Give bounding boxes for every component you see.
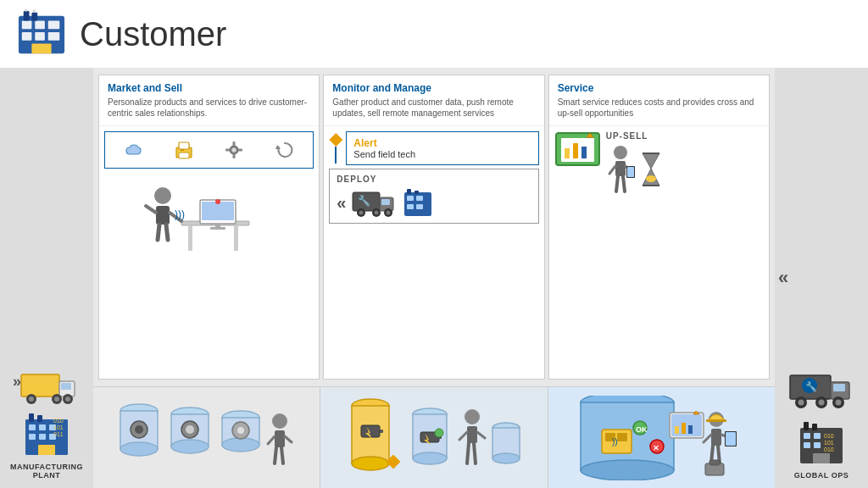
svg-rect-25	[39, 424, 46, 430]
svg-point-66	[359, 211, 364, 215]
svg-rect-12	[21, 374, 59, 396]
left-side-panel: » 010 101 011 MANUFACTURING PLANT	[0, 68, 93, 488]
svg-rect-183	[814, 442, 821, 448]
svg-rect-49	[234, 225, 238, 251]
svg-rect-75	[407, 204, 414, 209]
svg-point-131	[465, 409, 480, 424]
svg-rect-74	[416, 196, 423, 201]
svg-rect-2	[35, 21, 45, 30]
svg-line-90	[623, 176, 625, 191]
col1-icons-row	[104, 131, 314, 169]
svg-rect-112	[275, 430, 285, 447]
svg-text:010: 010	[53, 418, 64, 424]
svg-point-126	[413, 452, 447, 464]
col2-header: Monitor and Manage Gather product and cu…	[324, 75, 543, 126]
svg-rect-189	[812, 424, 817, 430]
svg-rect-155	[688, 425, 693, 434]
right-arrows-icon: «	[778, 267, 788, 288]
svg-point-130	[435, 429, 443, 437]
col2-desc: Gather product and customer data, push r…	[332, 97, 535, 119]
deploy-building-icon	[403, 187, 433, 218]
svg-rect-38	[179, 152, 189, 158]
svg-rect-8	[24, 11, 30, 21]
bottom-col-2	[320, 386, 548, 488]
svg-line-115	[275, 447, 276, 463]
column-service: Service Smart service reduces costs and …	[548, 75, 770, 380]
main-content: » 010 101 011 MANUFACTURING PLANT	[0, 68, 868, 488]
svg-rect-153	[675, 426, 679, 434]
svg-rect-182	[804, 442, 810, 448]
svg-rect-43	[233, 154, 236, 158]
svg-rect-45	[238, 149, 242, 152]
manufacturing-plant-label: MANUFACTURING PLANT	[10, 463, 83, 480]
col3-upper-area: UP-SELL	[549, 126, 769, 200]
svg-text:))): )))	[175, 208, 185, 220]
svg-point-68	[375, 211, 379, 215]
svg-point-108	[222, 438, 259, 452]
page-title: Customer	[80, 15, 226, 53]
svg-rect-44	[225, 149, 230, 152]
svg-rect-32	[37, 415, 42, 422]
svg-rect-77	[407, 189, 411, 194]
page-header: Customer	[0, 0, 868, 68]
svg-rect-78	[415, 191, 419, 194]
svg-rect-86	[615, 161, 626, 176]
svg-rect-42	[233, 141, 236, 146]
svg-point-103	[171, 440, 209, 453]
svg-rect-4	[22, 32, 32, 41]
svg-rect-9	[31, 13, 37, 21]
svg-point-16	[29, 396, 34, 402]
global-ops-label: GLOBAL OPS	[794, 471, 849, 480]
svg-point-70	[387, 211, 391, 215]
svg-rect-81	[565, 148, 570, 158]
alert-text: Send field tech	[353, 149, 531, 159]
col1-body: )))	[99, 126, 319, 379]
alert-box: Alert Send field tech	[346, 131, 538, 165]
right-truck-icon: 🔧	[786, 370, 858, 411]
svg-rect-188	[804, 422, 809, 430]
col1-person-scene: )))	[99, 174, 319, 267]
svg-point-95	[646, 175, 656, 182]
svg-rect-145	[617, 433, 627, 441]
svg-rect-73	[407, 196, 414, 201]
deploy-truck-icon: 🔧	[351, 187, 398, 218]
svg-line-160	[704, 435, 711, 442]
settings-icon	[223, 139, 245, 161]
deploy-label: DEPLOY	[337, 175, 531, 184]
col3-desc: Smart service reduces costs and provides…	[558, 97, 760, 119]
cloud-icon	[123, 139, 145, 161]
global-ops-icon: 010 101 010	[796, 419, 847, 466]
svg-line-134	[477, 432, 485, 438]
center-area: Market and Sell Personalize products and…	[93, 68, 775, 488]
svg-rect-56	[156, 206, 170, 225]
svg-rect-51	[202, 202, 234, 220]
col1-title: Market and Sell	[108, 82, 310, 94]
svg-point-98	[120, 442, 158, 456]
connector-line	[335, 147, 337, 164]
svg-rect-39	[181, 149, 184, 151]
market-sell-scene: )))	[139, 170, 279, 263]
col3-body: UP-SELL	[549, 126, 769, 379]
svg-text:101: 101	[824, 440, 834, 446]
print-icon	[173, 139, 195, 161]
alert-title: Alert	[353, 137, 531, 149]
deploy-arrows: «	[337, 193, 346, 213]
svg-point-55	[154, 187, 171, 204]
svg-point-142	[581, 460, 674, 480]
columns-wrapper: Market and Sell Personalize products and…	[93, 68, 775, 386]
left-truck-icon: »	[13, 368, 81, 406]
svg-rect-37	[179, 142, 189, 149]
svg-line-113	[268, 436, 275, 444]
manufacturing-plant-icon: 010 101 011	[21, 411, 72, 458]
col2-title: Monitor and Manage	[332, 82, 535, 94]
svg-rect-6	[48, 32, 60, 41]
svg-rect-163	[726, 432, 736, 446]
svg-line-59	[158, 225, 159, 240]
svg-line-114	[285, 436, 292, 442]
svg-rect-83	[581, 147, 587, 158]
svg-rect-159	[711, 429, 721, 446]
svg-rect-187	[813, 453, 830, 463]
svg-rect-1	[22, 21, 32, 30]
svg-rect-27	[29, 434, 36, 440]
svg-point-18	[54, 396, 59, 402]
